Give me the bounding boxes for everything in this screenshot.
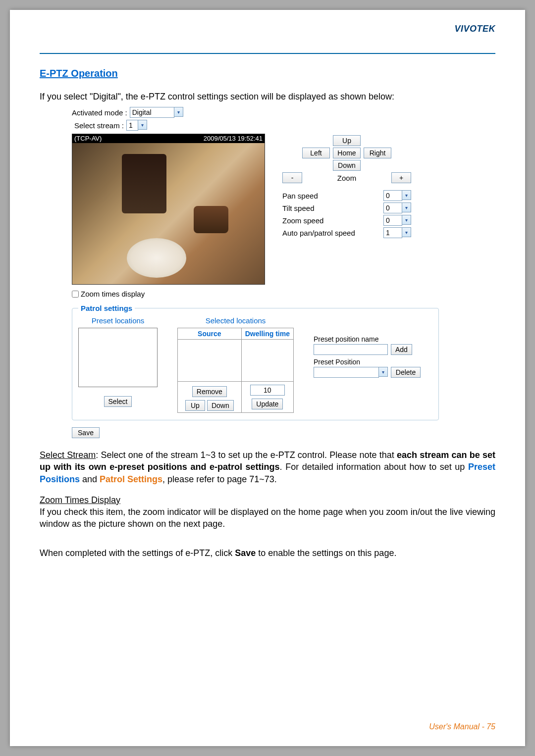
paragraph-save: When completed with the settings of e-PT… xyxy=(40,547,495,559)
select-stream-select[interactable]: ▾ xyxy=(126,120,147,131)
brand-logo: VIVOTEK xyxy=(454,24,495,34)
video-preview-area: (TCP-AV) 2009/05/13 19:52:41 xyxy=(72,134,265,285)
zoom-speed-select[interactable]: ▾ xyxy=(383,215,411,226)
zoom-times-display-checkbox[interactable] xyxy=(72,291,79,298)
preset-position-select[interactable]: ▾ xyxy=(314,367,388,378)
pan-speed-select[interactable]: ▾ xyxy=(383,190,411,201)
select-stream-label: Select stream : xyxy=(74,121,124,130)
section-title: E-PTZ Operation xyxy=(40,68,495,79)
patrol-legend: Patrol settings xyxy=(78,304,135,312)
page-footer: User's Manual - 75 xyxy=(429,722,495,731)
remove-button[interactable]: Remove xyxy=(192,386,227,397)
source-header: Source xyxy=(178,328,242,340)
selected-locations-title: Selected locations xyxy=(177,316,294,325)
ui-screenshot: Activated mode : ▾ Select stream : ▾ (TC… xyxy=(72,107,478,438)
video-overlay-timestamp: 2009/05/13 19:52:41 xyxy=(204,135,263,143)
zoom-times-display-row: Zoom times display xyxy=(72,290,478,298)
dwelling-time-input[interactable] xyxy=(250,385,285,396)
zoom-out-button[interactable]: - xyxy=(282,172,302,183)
preset-locations-title: Preset locations xyxy=(78,316,158,325)
chevron-down-icon[interactable]: ▾ xyxy=(138,120,147,130)
preset-position-name-input[interactable] xyxy=(314,344,388,355)
move-up-button[interactable]: Up xyxy=(185,400,205,411)
patrol-settings-fieldset: Patrol settings Preset locations Select … xyxy=(72,304,439,420)
right-button[interactable]: Right xyxy=(364,148,391,158)
activated-mode-select[interactable]: ▾ xyxy=(130,107,183,118)
up-button[interactable]: Up xyxy=(333,135,361,146)
save-button[interactable]: Save xyxy=(72,427,100,438)
chevron-down-icon[interactable]: ▾ xyxy=(402,227,411,237)
auto-pan-speed-select[interactable]: ▾ xyxy=(383,227,411,238)
chevron-down-icon[interactable]: ▾ xyxy=(402,190,411,200)
move-down-button[interactable]: Down xyxy=(207,400,234,411)
chevron-down-icon[interactable]: ▾ xyxy=(402,215,411,225)
zoom-times-display-label: Zoom times display xyxy=(81,290,145,298)
activated-mode-label: Activated mode : xyxy=(72,108,127,117)
zoom-label: Zoom xyxy=(305,174,388,182)
home-button[interactable]: Home xyxy=(333,148,361,158)
select-stream-value[interactable] xyxy=(126,120,138,131)
tilt-speed-select[interactable]: ▾ xyxy=(383,202,411,213)
manual-page: VIVOTEK E-PTZ Operation If you select "D… xyxy=(10,10,525,746)
activated-mode-row: Activated mode : ▾ xyxy=(72,107,478,118)
tilt-speed-label: Tilt speed xyxy=(282,204,314,212)
zoom-in-button[interactable]: + xyxy=(391,172,411,183)
select-button[interactable]: Select xyxy=(104,396,132,407)
video-overlay-protocol: (TCP-AV) xyxy=(74,135,102,143)
preset-position-name-label: Preset position name xyxy=(314,335,432,343)
activated-mode-value[interactable] xyxy=(130,107,174,118)
paragraph-zoom-times: Zoom Times Display If you check this ite… xyxy=(40,494,495,530)
add-button[interactable]: Add xyxy=(391,344,412,355)
auto-pan-speed-label: Auto pan/patrol speed xyxy=(282,229,355,237)
delete-button[interactable]: Delete xyxy=(391,367,421,378)
intro-text: If you select "Digital", the e-PTZ contr… xyxy=(40,92,495,102)
update-button[interactable]: Update xyxy=(252,399,283,409)
chevron-down-icon[interactable]: ▾ xyxy=(174,107,183,117)
pan-speed-label: Pan speed xyxy=(282,192,318,200)
zoom-speed-label: Zoom speed xyxy=(282,216,323,225)
left-button[interactable]: Left xyxy=(302,148,330,158)
chevron-down-icon[interactable]: ▾ xyxy=(379,367,388,377)
down-button[interactable]: Down xyxy=(333,160,361,171)
video-frame: (TCP-AV) 2009/05/13 19:52:41 xyxy=(72,134,265,285)
selected-locations-table: Source Dwelling time Remove Up xyxy=(177,328,294,413)
paragraph-select-stream: Select Stream: Select one of the stream … xyxy=(40,449,495,485)
preset-position-label: Preset Position xyxy=(314,358,432,366)
ptz-controls: Up Left Home Right Down - Zoom + xyxy=(282,134,411,285)
select-stream-row: Select stream : ▾ xyxy=(74,120,478,131)
chevron-down-icon[interactable]: ▾ xyxy=(402,202,411,212)
dwelling-time-header: Dwelling time xyxy=(241,328,293,340)
divider xyxy=(40,53,495,54)
preset-locations-list[interactable] xyxy=(78,328,158,387)
